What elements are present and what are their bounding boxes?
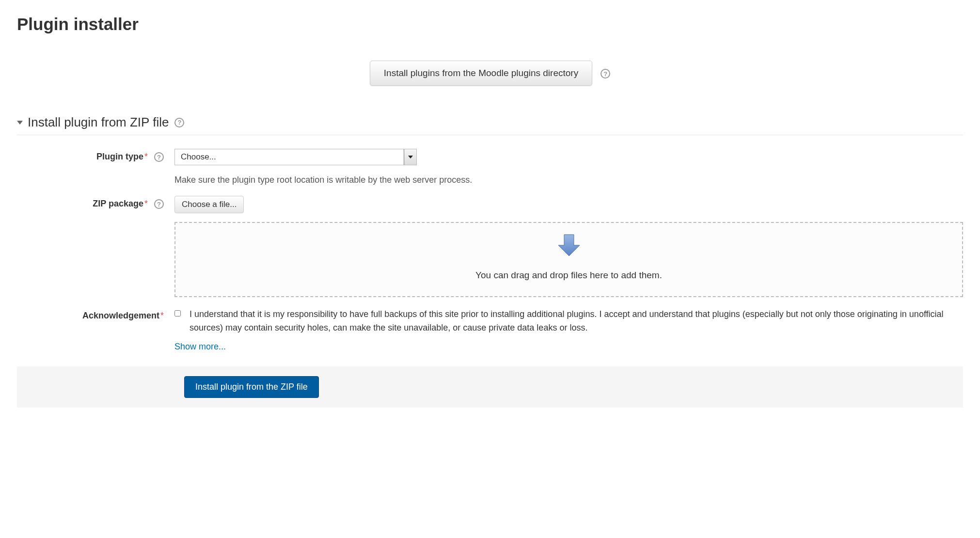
zip-package-row: ZIP package* ? Choose a file... You can … — [17, 196, 963, 297]
acknowledgement-text: I understand that it is my responsibilit… — [190, 308, 963, 335]
choose-file-button[interactable]: Choose a file... — [174, 196, 244, 213]
page-title: Plugin installer — [17, 15, 963, 34]
acknowledgement-label-col: Acknowledgement* — [17, 308, 174, 321]
install-from-directory-button[interactable]: Install plugins from the Moodle plugins … — [370, 61, 592, 86]
plugin-type-hint: Make sure the plugin type root location … — [174, 175, 963, 185]
section-heading: Install plugin from ZIP file ? — [17, 115, 963, 135]
install-plugin-button[interactable]: Install plugin from the ZIP file — [184, 376, 319, 398]
footer-bar: Install plugin from the ZIP file — [17, 366, 963, 408]
help-icon[interactable]: ? — [601, 69, 610, 79]
required-indicator: * — [144, 152, 148, 161]
plugin-type-control-col: Choose... Make sure the plugin type root… — [174, 149, 963, 185]
help-icon[interactable]: ? — [154, 199, 164, 209]
file-dropzone[interactable]: You can drag and drop files here to add … — [174, 222, 963, 297]
acknowledgement-row: Acknowledgement* I understand that it is… — [17, 308, 963, 352]
acknowledgement-label: Acknowledgement — [82, 311, 159, 320]
required-indicator: * — [144, 199, 148, 208]
plugin-type-row: Plugin type* ? Choose... Make sure the p… — [17, 149, 963, 185]
download-arrow-icon — [555, 232, 583, 261]
chevron-down-icon — [404, 149, 416, 165]
plugin-type-label-col: Plugin type* ? — [17, 149, 174, 162]
collapse-toggle-icon[interactable] — [17, 121, 23, 125]
acknowledgement-checkbox[interactable] — [174, 309, 181, 318]
section-title: Install plugin from ZIP file — [28, 115, 169, 130]
zip-package-label: ZIP package — [93, 199, 143, 208]
required-indicator: * — [160, 311, 164, 320]
plugin-type-select[interactable]: Choose... — [174, 149, 417, 165]
help-icon[interactable]: ? — [154, 152, 164, 162]
plugin-type-label: Plugin type — [96, 152, 143, 161]
plugin-type-select-display: Choose... — [175, 149, 404, 165]
zip-package-control-col: Choose a file... You can drag and drop f… — [174, 196, 963, 297]
help-icon[interactable]: ? — [174, 118, 184, 127]
dropzone-text: You can drag and drop files here to add … — [180, 270, 957, 281]
zip-package-label-col: ZIP package* ? — [17, 196, 174, 209]
acknowledgement-control-col: I understand that it is my responsibilit… — [174, 308, 963, 352]
hero-row: Install plugins from the Moodle plugins … — [17, 61, 963, 86]
show-more-link[interactable]: Show more... — [174, 342, 226, 352]
